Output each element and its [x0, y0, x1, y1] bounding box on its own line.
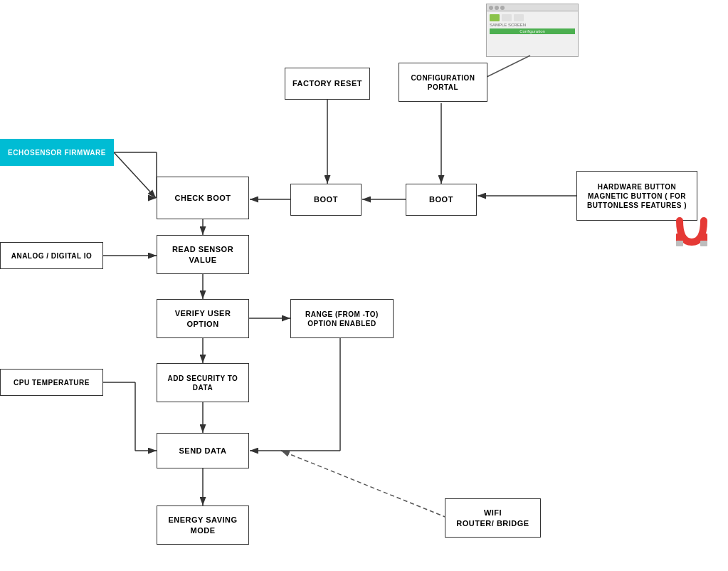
echosensor-firmware-box: ECHOSENSOR FIRMWARE [0, 139, 114, 166]
config-label: Configuration [490, 28, 575, 34]
verify-user-option-box: VERIFY USER OPTION [157, 299, 249, 338]
diagram-container: SAMPLE SCREEN Configuration ECHOSENSOR F… [0, 0, 728, 571]
svg-rect-29 [676, 241, 683, 246]
range-option-box: RANGE (FROM -TO) OPTION ENABLED [290, 299, 394, 338]
svg-line-21 [281, 451, 447, 518]
read-sensor-value-box: READ SENSOR VALUE [157, 235, 249, 274]
boot1-box: BOOT [290, 184, 362, 216]
cpu-temperature-box: CPU TEMPERATURE [0, 369, 103, 396]
wifi-router-box: WIFI ROUTER/ BRIDGE [445, 498, 541, 538]
analog-digital-io-box: ANALOG / DIGITAL IO [0, 242, 103, 269]
screenshot-thumbnail: SAMPLE SCREEN Configuration [486, 4, 579, 57]
energy-saving-box: ENERGY SAVING MODE [157, 505, 249, 545]
check-boot-box: CHECK BOOT [157, 177, 249, 219]
svg-line-25 [484, 56, 530, 78]
boot2-box: BOOT [406, 184, 477, 216]
configuration-portal-box: CONFIGURATION PORTAL [399, 63, 487, 102]
factory-reset-box: FACTORY RESET [285, 68, 370, 100]
svg-rect-30 [700, 241, 707, 246]
svg-line-3 [114, 152, 156, 198]
send-data-box: SEND DATA [157, 433, 249, 468]
magnet-icon [672, 214, 712, 256]
add-security-box: ADD SECURITY TO DATA [157, 363, 249, 402]
